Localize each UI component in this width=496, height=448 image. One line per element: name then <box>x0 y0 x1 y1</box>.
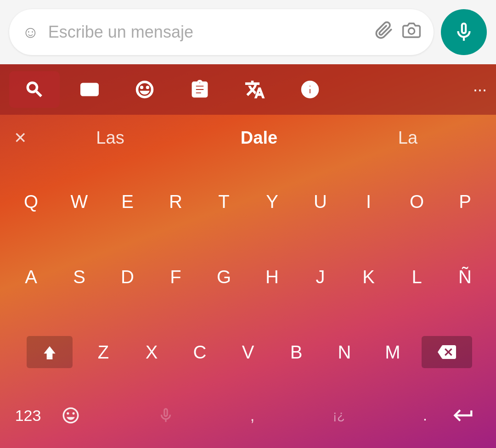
key-t[interactable]: T <box>202 165 246 238</box>
key-p[interactable]: P <box>443 165 487 238</box>
key-i[interactable]: I <box>347 165 390 238</box>
key-c[interactable]: C <box>178 316 222 388</box>
key-v[interactable]: V <box>226 316 270 388</box>
message-bar: ☺ Escribe un mensaje <box>0 0 496 64</box>
suggestions-bar: ✕ Las Dale La <box>0 115 496 161</box>
key-row-1: Q W E R T Y U I O P <box>7 165 489 238</box>
key-a[interactable]: A <box>9 241 53 313</box>
key-n-tilde[interactable]: Ñ <box>443 241 487 313</box>
key-k[interactable]: K <box>347 241 390 313</box>
keyboard-toolbar: GIF ··· <box>0 64 496 115</box>
svg-text:GIF: GIF <box>84 88 95 95</box>
keys-area: Q W E R T Y U I O P A S D F G H J K L Ñ <box>0 161 496 388</box>
punctuation-key[interactable]: ¡¿ <box>266 404 412 426</box>
sticker-toolbar-btn[interactable] <box>119 71 170 108</box>
key-j[interactable]: J <box>299 241 342 313</box>
key-h[interactable]: H <box>250 241 294 313</box>
voice-button[interactable] <box>441 9 487 55</box>
key-w[interactable]: W <box>57 165 101 238</box>
keyboard: GIF ··· ✕ Las Dale La <box>0 64 496 448</box>
svg-point-0 <box>408 28 414 34</box>
bottom-row: 123 , ¡¿ . <box>0 388 496 448</box>
key-n[interactable]: N <box>323 316 366 388</box>
key-d[interactable]: D <box>106 241 149 313</box>
camera-icon[interactable] <box>402 21 421 44</box>
period-key[interactable]: . <box>416 403 434 428</box>
enter-key[interactable] <box>438 400 489 431</box>
key-y[interactable]: Y <box>250 165 294 238</box>
key-row-3: Z X C V B N M <box>7 316 489 388</box>
key-b[interactable]: B <box>275 316 318 388</box>
key-u[interactable]: U <box>299 165 342 238</box>
suggestion-center[interactable]: Dale <box>185 128 333 148</box>
gif-toolbar-btn[interactable]: GIF <box>64 71 115 108</box>
suggestion-right[interactable]: La <box>333 128 482 148</box>
more-toolbar-btn[interactable]: ··· <box>473 80 487 99</box>
key-x[interactable]: X <box>130 316 174 388</box>
message-placeholder[interactable]: Escribe un mensaje <box>48 22 366 42</box>
suggestion-left[interactable]: Las <box>36 128 185 148</box>
key-row-2: A S D F G H J K L Ñ <box>7 241 489 313</box>
key-m[interactable]: M <box>371 316 415 388</box>
key-r[interactable]: R <box>154 165 197 238</box>
translate-toolbar-btn[interactable] <box>230 71 280 108</box>
svg-rect-3 <box>46 358 52 359</box>
key-e[interactable]: E <box>106 165 149 238</box>
key-s[interactable]: S <box>57 241 101 313</box>
key-l[interactable]: L <box>395 241 439 313</box>
info-toolbar-btn[interactable] <box>285 71 335 108</box>
clipboard-toolbar-btn[interactable] <box>175 71 225 108</box>
backspace-key[interactable] <box>419 316 474 388</box>
shift-key[interactable] <box>22 316 77 388</box>
mic-key[interactable] <box>93 403 239 428</box>
dismiss-suggestion-btn[interactable]: ✕ <box>14 129 27 147</box>
key-o[interactable]: O <box>395 165 439 238</box>
message-input-wrapper[interactable]: ☺ Escribe un mensaje <box>9 9 434 55</box>
emoji-icon[interactable]: ☺ <box>22 22 39 42</box>
emoji-key[interactable] <box>52 402 89 429</box>
key-z[interactable]: Z <box>82 316 125 388</box>
numbers-key[interactable]: 123 <box>7 403 49 428</box>
key-f[interactable]: F <box>154 241 197 313</box>
attach-icon[interactable] <box>375 21 393 44</box>
search-toolbar-btn[interactable] <box>9 71 60 108</box>
key-q[interactable]: Q <box>9 165 53 238</box>
comma-key[interactable]: , <box>243 402 262 429</box>
key-g[interactable]: G <box>202 241 246 313</box>
